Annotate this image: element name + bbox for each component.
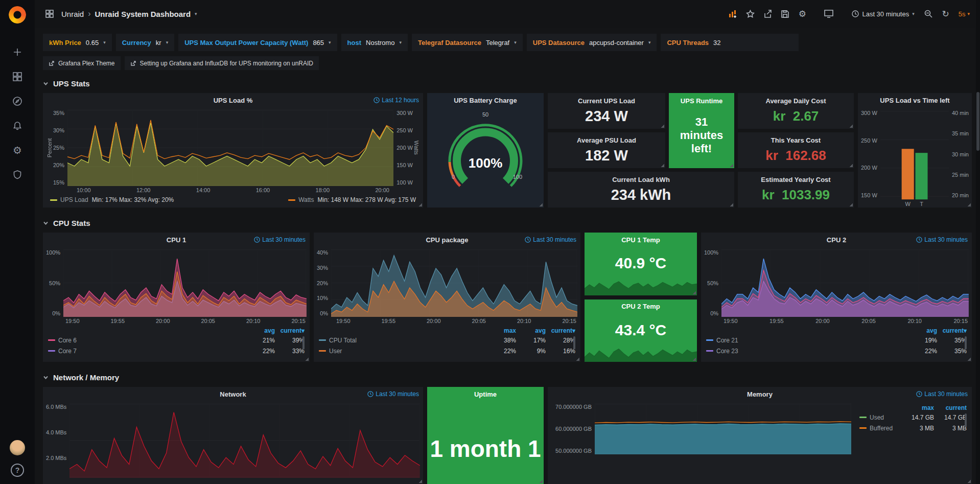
variable-picker[interactable]: kWh Price0.65▾ xyxy=(43,34,112,51)
panel-header[interactable]: UPS Battery Charge xyxy=(427,93,544,107)
panel-title[interactable]: CPU package xyxy=(426,236,468,244)
time-range-picker[interactable]: Last 30 minutes ▾ xyxy=(848,10,918,18)
scrollbar-thumb[interactable] xyxy=(976,92,979,151)
legend-column-header[interactable]: max xyxy=(486,327,516,334)
variable-picker[interactable]: UPS Datasourceapcupsd-container▾ xyxy=(527,34,657,51)
chevron-down-icon[interactable]: ▾ xyxy=(195,11,197,16)
panel-title[interactable]: UPS Battery Charge xyxy=(454,97,517,104)
help-icon[interactable]: ? xyxy=(11,464,24,477)
add-panel-icon[interactable] xyxy=(725,6,740,21)
panel-header[interactable]: Network Last 30 minutes xyxy=(43,387,423,401)
ups-bar-chart[interactable]: WT xyxy=(880,109,949,208)
section-row-ups-stats[interactable]: UPS Stats xyxy=(35,79,980,88)
dashboard-grid-icon[interactable] xyxy=(42,6,57,21)
legend-column-header[interactable]: current▾ xyxy=(546,327,575,334)
panel-header[interactable]: CPU package Last 30 minutes xyxy=(314,233,580,247)
legend-table[interactable]: avgcurrent▾Core 2119%35%Core 2322%35% xyxy=(706,326,967,360)
battery-gauge[interactable]: 0 50 100 100% xyxy=(434,110,536,197)
breadcrumb-dashboard[interactable]: Unraid System Dashboard xyxy=(95,10,191,18)
section-row-network-memory[interactable]: Network / Memory xyxy=(35,373,980,382)
variable-picker[interactable]: UPS Max Output Power Capacity (Watt)865▾ xyxy=(178,34,337,51)
refresh-icon[interactable]: ↻ xyxy=(938,6,953,21)
panel-title[interactable]: CPU 2 Temp xyxy=(585,299,697,314)
legend-row[interactable]: Core 722%33% xyxy=(48,345,305,356)
legend-series-name[interactable]: Buffered xyxy=(870,425,893,432)
panel-time-badge[interactable]: Last 30 minutes xyxy=(254,236,306,243)
dashboard-link[interactable]: Grafana Plex Theme xyxy=(43,56,121,70)
variable-value[interactable]: 0.65 xyxy=(86,39,99,47)
settings-gear-icon[interactable]: ⚙ xyxy=(795,6,810,21)
zoom-out-icon[interactable] xyxy=(921,6,936,21)
refresh-interval-label[interactable]: 5s xyxy=(959,10,966,18)
cpu-package-chart[interactable] xyxy=(331,249,577,317)
time-range-label[interactable]: Last 30 minutes xyxy=(862,10,909,18)
panel-title[interactable]: Estimated Yearly Cost xyxy=(761,173,830,186)
legend-series-name[interactable]: UPS Load xyxy=(60,196,88,203)
legend-row[interactable]: CPU Total38%17%28% xyxy=(319,335,575,345)
breadcrumb-org[interactable]: Unraid xyxy=(61,10,84,18)
legend-series-name[interactable]: Core 21 xyxy=(716,337,738,344)
variable-picker[interactable]: CPU Threads32 xyxy=(661,34,799,51)
panel-title[interactable]: Current Load kWh xyxy=(612,173,670,186)
panel-title[interactable]: Network xyxy=(220,390,246,398)
variable-value[interactable]: 865 xyxy=(313,39,324,47)
section-title[interactable]: UPS Stats xyxy=(53,79,90,88)
legend-column-header[interactable]: avg xyxy=(907,327,937,334)
legend-series-name[interactable]: Used xyxy=(870,414,884,421)
dashboard-link[interactable]: Setting up Grafana and InfluxDB for UPS … xyxy=(125,56,319,70)
save-icon[interactable] xyxy=(777,6,792,21)
legend-table[interactable]: maxavgcurrent▾CPU Total38%17%28%User22%9… xyxy=(319,326,575,360)
alerting-bell-icon[interactable] xyxy=(7,116,28,136)
configuration-gear-icon[interactable]: ⚙ xyxy=(7,140,28,160)
legend-series[interactable]: Buffered xyxy=(859,425,901,432)
panel-title[interactable]: This Years Cost xyxy=(771,134,821,146)
legend-row[interactable]: User22%9%16% xyxy=(319,345,575,356)
variable-value[interactable]: Nostromo xyxy=(366,39,394,47)
variable-picker[interactable]: Currencykr▾ xyxy=(116,34,174,51)
legend-column-header[interactable]: avg xyxy=(245,327,275,334)
legend-table[interactable]: avgcurrent▾Core 621%39%Core 722%33% xyxy=(48,326,305,360)
variable-value[interactable]: Telegraf xyxy=(486,39,509,47)
server-admin-shield-icon[interactable] xyxy=(7,165,28,185)
panel-title[interactable]: Uptime xyxy=(427,387,544,401)
cpu1-chart[interactable] xyxy=(63,249,307,317)
legend-series[interactable]: Used xyxy=(859,414,901,421)
legend-series-name[interactable]: User xyxy=(329,348,342,355)
panel-title[interactable]: Current UPS Load xyxy=(578,95,635,107)
legend-column-header[interactable]: current▾ xyxy=(937,327,967,334)
network-chart[interactable] xyxy=(69,403,420,478)
panel-title[interactable]: UPS Runtime xyxy=(681,95,722,107)
variable-value[interactable]: kr xyxy=(156,39,161,47)
variable-value[interactable]: apcupsd-container xyxy=(589,39,644,47)
memory-chart[interactable] xyxy=(595,403,851,454)
variable-value[interactable]: 32 xyxy=(713,39,720,47)
user-avatar[interactable] xyxy=(10,440,25,455)
panel-header[interactable]: UPS Load % Last 12 hours xyxy=(43,93,423,107)
legend-series[interactable]: Core 7 xyxy=(48,348,245,355)
create-plus-icon[interactable] xyxy=(7,42,28,62)
section-title[interactable]: CPU Stats xyxy=(53,219,90,227)
legend-column-header[interactable]: current xyxy=(934,404,967,411)
legend-row[interactable]: Core 2119%35% xyxy=(706,335,967,345)
panel-title[interactable]: Average PSU Load xyxy=(577,134,636,146)
share-icon[interactable] xyxy=(760,6,775,21)
legend-series-name[interactable]: Core 23 xyxy=(716,348,738,355)
cpu2-chart[interactable] xyxy=(721,249,969,317)
section-row-cpu-stats[interactable]: CPU Stats xyxy=(35,219,980,227)
panel-title[interactable]: Average Daily Cost xyxy=(765,95,826,107)
panel-time-badge[interactable]: Last 30 minutes xyxy=(916,390,968,398)
legend-series[interactable]: User xyxy=(319,348,486,355)
star-icon[interactable] xyxy=(742,6,758,21)
legend-series[interactable]: Core 6 xyxy=(48,337,245,344)
page-scrollbar[interactable] xyxy=(976,0,980,484)
legend-column-header[interactable]: avg xyxy=(516,327,546,334)
panel-time-badge[interactable]: Last 30 minutes xyxy=(525,236,576,243)
legend-row[interactable]: Buffered3 MB3 MB xyxy=(859,423,967,433)
legend-series-name[interactable]: CPU Total xyxy=(329,337,357,344)
panel-title[interactable]: UPS Load % xyxy=(214,97,253,104)
legend-row[interactable]: Core 621%39% xyxy=(48,335,305,345)
legend-item[interactable]: UPS Load Min: 17% Max: 32% Avg: 20% xyxy=(50,196,174,203)
panel-header[interactable]: CPU 1 Last 30 minutes xyxy=(43,233,310,247)
dashboards-icon[interactable] xyxy=(7,66,28,87)
legend-column-header[interactable]: max xyxy=(901,404,934,411)
